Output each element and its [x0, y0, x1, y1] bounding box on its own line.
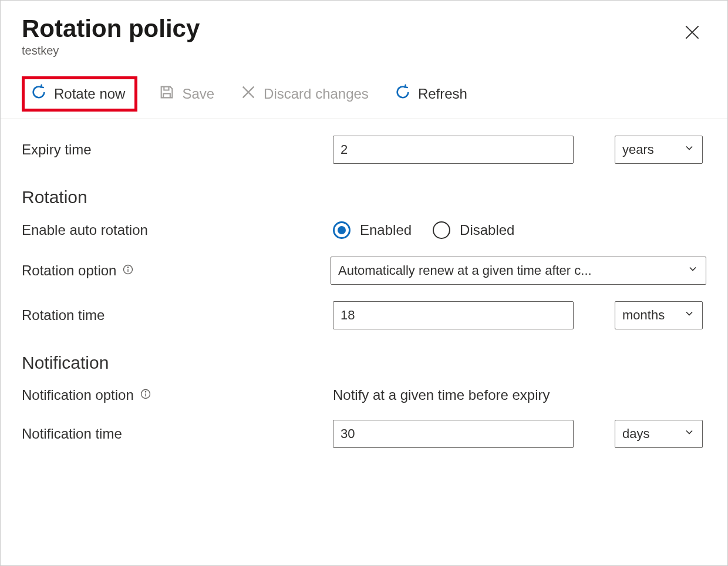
- disabled-radio[interactable]: Disabled: [433, 221, 514, 239]
- disabled-radio-label: Disabled: [460, 222, 514, 238]
- rotation-option-dropdown[interactable]: Automatically renew at a given time afte…: [331, 257, 706, 285]
- page-title: Rotation policy: [22, 15, 706, 43]
- enabled-radio-label: Enabled: [360, 222, 412, 238]
- rotation-time-unit-value: months: [622, 308, 665, 323]
- auto-rotation-radio-group: Enabled Disabled: [333, 221, 514, 239]
- notification-time-unit-dropdown[interactable]: days: [615, 420, 703, 448]
- discard-icon: [240, 84, 257, 104]
- form-area: Expiry time years Rotation Enable auto r…: [1, 119, 727, 470]
- page-subtitle: testkey: [22, 44, 706, 58]
- enabled-radio[interactable]: Enabled: [333, 221, 412, 239]
- rotation-time-label: Rotation time: [22, 307, 333, 324]
- chevron-down-icon: [687, 263, 699, 278]
- notification-time-row: Notification time days: [22, 420, 706, 448]
- toolbar: Rotate now Save Discard changes: [1, 62, 727, 119]
- chevron-down-icon: [683, 426, 695, 442]
- chevron-down-icon: [683, 308, 695, 323]
- discard-changes-button: Discard changes: [235, 80, 373, 107]
- radio-circle-icon: [333, 221, 350, 239]
- info-icon[interactable]: [140, 387, 151, 403]
- rotate-icon: [31, 84, 47, 104]
- discard-label: Discard changes: [264, 86, 369, 102]
- rotate-now-button[interactable]: Rotate now: [22, 76, 137, 112]
- rotation-option-label: Rotation option: [22, 262, 116, 279]
- refresh-button[interactable]: Refresh: [390, 80, 472, 107]
- panel-header: Rotation policy testkey: [1, 1, 727, 62]
- refresh-icon: [395, 84, 411, 104]
- svg-point-2: [128, 267, 129, 268]
- rotation-time-input[interactable]: [333, 301, 574, 329]
- info-icon[interactable]: [122, 262, 134, 279]
- rotation-time-row: Rotation time months: [22, 301, 706, 329]
- chevron-down-icon: [683, 142, 695, 157]
- expiry-time-label: Expiry time: [22, 142, 333, 158]
- refresh-label: Refresh: [418, 86, 467, 102]
- notification-option-value: Notify at a given time before expiry: [333, 387, 550, 403]
- rotate-now-label: Rotate now: [54, 86, 125, 102]
- close-button[interactable]: [680, 21, 704, 46]
- enable-auto-rotation-label: Enable auto rotation: [22, 222, 333, 238]
- notification-time-input[interactable]: [333, 420, 574, 448]
- close-icon: [683, 33, 702, 43]
- save-icon: [159, 84, 175, 104]
- rotation-heading: Rotation: [22, 187, 706, 207]
- svg-point-5: [145, 392, 146, 392]
- expiry-time-unit-value: years: [622, 142, 654, 157]
- notification-time-label: Notification time: [22, 426, 333, 442]
- save-label: Save: [182, 86, 214, 102]
- expiry-time-row: Expiry time years: [22, 136, 706, 164]
- expiry-time-input[interactable]: [333, 136, 574, 164]
- rotation-time-unit-dropdown[interactable]: months: [615, 301, 703, 329]
- expiry-time-unit-dropdown[interactable]: years: [615, 136, 703, 164]
- notification-heading: Notification: [22, 353, 706, 373]
- notification-time-unit-value: days: [622, 426, 649, 442]
- notification-option-row: Notification option Notify at a given ti…: [22, 387, 706, 403]
- save-button: Save: [154, 80, 219, 107]
- rotation-option-row: Rotation option Automatically renew at a…: [22, 257, 706, 285]
- rotation-policy-panel: Rotation policy testkey Rotate now: [0, 0, 728, 566]
- rotation-option-value: Automatically renew at a given time afte…: [338, 263, 687, 278]
- notification-option-label: Notification option: [22, 387, 134, 403]
- enable-auto-rotation-row: Enable auto rotation Enabled Disabled: [22, 221, 706, 239]
- radio-circle-icon: [433, 221, 450, 239]
